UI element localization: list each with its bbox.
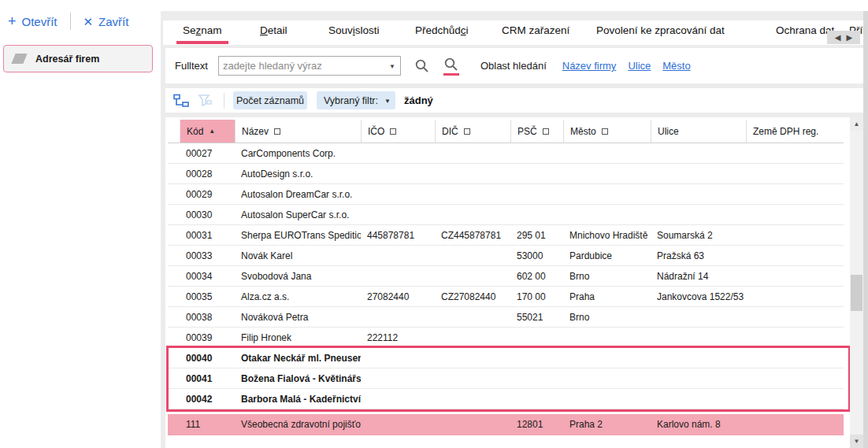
cell-ulice: Pražská 63 — [651, 250, 746, 261]
selected-filter-dropdown[interactable]: Vybraný filtr: ▼ — [317, 91, 395, 109]
filter-tree-icon — [197, 94, 213, 107]
table-row-00027[interactable]: 00027CarComponents Corp. — [168, 143, 844, 164]
selected-filter-label: Vybraný filtr: — [324, 95, 378, 106]
vertical-scrollbar[interactable]: ▲ ▼ — [850, 117, 863, 448]
column-filter-box-icon — [602, 128, 608, 135]
table-row-00040[interactable]: 00040Otakar Neckář ml. Pneuser — [168, 348, 844, 368]
cell-ico: 222112 — [361, 332, 435, 343]
x-icon: ✕ — [83, 16, 94, 28]
column-header-n-zev[interactable]: Název — [235, 120, 361, 143]
cell-nazev: Autosalon SuperCar s.r.o. — [235, 209, 361, 220]
tab-povolen-ke-zpracov-n-dat[interactable]: Povolení ke zpracování dat — [596, 24, 725, 36]
cell-nazev: Nováková Petra — [235, 312, 361, 323]
column-header-label: DIČ — [442, 126, 458, 137]
chevron-down-icon[interactable]: ▼ — [389, 63, 395, 70]
search-scope-links: Název firmyUliceMěsto — [562, 60, 691, 72]
column-filter-box-icon — [464, 128, 470, 135]
selected-filter-value: žádný — [404, 94, 433, 106]
table-row-00035[interactable]: 00035Alza.cz a.s.27082440CZ27082440170 0… — [168, 287, 844, 307]
scope-link-ulice[interactable]: Ulice — [628, 60, 651, 72]
tab-detail[interactable]: Detail — [260, 24, 287, 36]
scope-link-n-zev-firmy[interactable]: Název firmy — [562, 60, 617, 72]
arrow-down-icon[interactable]: ▼ — [850, 435, 863, 448]
table-row-00030[interactable]: 00030Autosalon SuperCar s.r.o. — [168, 205, 844, 225]
arrow-up-icon[interactable]: ▲ — [850, 117, 863, 131]
table-row-00034[interactable]: 00034Svobodová Jana602 00BrnoNádražní 14 — [168, 266, 844, 287]
cell-ulice: Jankovcova 1522/53 — [651, 291, 746, 302]
table-row-00033[interactable]: 00033Novák Karel53000PardubicePražská 63 — [168, 246, 844, 266]
tree-view-button[interactable] — [173, 94, 189, 107]
table-row-00039[interactable]: 00039Filip Hronek222112 — [168, 328, 844, 348]
cell-ulice: Nádražní 14 — [651, 271, 746, 282]
tab-scroll-buttons: ◀ ▶ — [827, 31, 860, 44]
table-row-00041[interactable]: 00041Božena Fialová - Květinářs — [168, 368, 844, 389]
search-scope-label: Oblast hledání — [480, 60, 547, 72]
fulltext-combobox[interactable]: ▼ — [218, 56, 401, 76]
cell-dic: CZ27082440 — [435, 291, 510, 302]
action-bar-divider — [70, 13, 71, 30]
plus-icon: + — [8, 14, 17, 28]
tab-seznam[interactable]: Seznam — [183, 24, 222, 36]
column-header-ulice[interactable]: Ulice — [651, 120, 746, 143]
tab-crm-za-azen[interactable]: CRM zařazení — [502, 24, 569, 36]
magnifier-icon — [414, 58, 430, 74]
arrow-right-icon[interactable]: ▶ — [847, 33, 853, 42]
cell-kod: 00030 — [180, 209, 235, 220]
column-header-m-sto[interactable]: Město — [563, 120, 651, 143]
column-header-i-o[interactable]: IČO — [361, 120, 435, 143]
cell-nazev: AutoDesign s.r.o. — [235, 168, 361, 180]
table-row-00028[interactable]: 00028AutoDesign s.r.o. — [168, 164, 844, 184]
cell-psc: 12801 — [510, 419, 563, 430]
cell-kod: 00033 — [180, 250, 235, 261]
column-header-k-d[interactable]: Kód▲ — [180, 120, 235, 143]
column-header-label: Ulice — [658, 126, 679, 137]
fulltext-label: Fulltext — [175, 60, 208, 72]
open-button[interactable]: + Otevřít — [8, 14, 57, 28]
fulltext-input[interactable] — [219, 57, 383, 74]
table-row-00031[interactable]: 00031Sherpa EUROTrans Spedition445878781… — [168, 225, 844, 246]
record-count-button[interactable]: Počet záznamů — [233, 91, 307, 109]
cell-kod: 00031 — [180, 230, 235, 241]
filter-tree-button — [197, 94, 213, 107]
tab-p-edch-dci[interactable]: Předchůdci — [415, 24, 469, 36]
table-row-00042[interactable]: 00042Barbora Malá - Kadeřnictví — [168, 389, 844, 409]
close-button[interactable]: ✕ Zavřít — [83, 15, 129, 28]
sidebar-item-adresar-firem[interactable]: Adresář firem — [3, 45, 153, 72]
fulltext-search-bar: Fulltext ▼ Oblast hledání Název firmyUli… — [165, 48, 863, 83]
chevron-down-icon: ▼ — [384, 98, 391, 105]
arrow-left-icon[interactable]: ◀ — [835, 33, 841, 42]
scope-link-m-sto[interactable]: Město — [662, 60, 690, 72]
grid-toolbar: Počet záznamů Vybraný filtr: ▼ žádný — [165, 88, 863, 113]
cell-nazev: Autosalon DreamCar s.r.o. — [235, 189, 361, 200]
cell-nazev: Alza.cz a.s. — [235, 291, 361, 302]
column-header-label: Země DPH reg. — [753, 126, 818, 137]
column-header-ps[interactable]: PSČ — [510, 120, 563, 143]
column-header-di[interactable]: DIČ — [435, 120, 510, 143]
cell-mesto: Mnichovo Hradiště — [563, 230, 651, 241]
cell-nazev: Novák Karel — [235, 250, 361, 261]
cell-mesto: Brno — [563, 271, 651, 282]
table-row-111[interactable]: 111Všeobecná zdravotní pojišťovna12801Pr… — [168, 414, 844, 435]
search-scoped-button[interactable] — [443, 57, 459, 76]
search-button[interactable] — [414, 58, 430, 74]
tab-souvislosti[interactable]: Souvislosti — [328, 24, 380, 36]
sort-asc-icon: ▲ — [209, 128, 215, 135]
cell-ulice: Soumarská 2 — [651, 230, 746, 241]
cell-ulice: Karlovo nám. 8 — [651, 419, 746, 430]
cell-kod: 00028 — [180, 168, 235, 180]
cell-nazev: Sherpa EUROTrans Spedition — [235, 230, 361, 241]
cell-nazev: Barbora Malá - Kadeřnictví — [235, 394, 361, 405]
cell-mesto: Pardubice — [563, 250, 651, 261]
column-header-zem-dph-reg[interactable]: Země DPH reg. — [746, 120, 843, 143]
cell-kod: 00034 — [180, 271, 235, 282]
cell-ico: 445878781 — [361, 230, 435, 241]
cell-psc: 295 01 — [510, 230, 563, 241]
magnifier-underline-icon — [443, 57, 459, 72]
tab-ochrana-dat[interactable]: Ochrana dat — [776, 24, 834, 36]
cell-kod: 00041 — [180, 373, 235, 384]
table-row-00038[interactable]: 00038Nováková Petra55021Brno — [168, 307, 844, 328]
table-row-00029[interactable]: 00029Autosalon DreamCar s.r.o. — [168, 184, 844, 205]
cell-nazev: Otakar Neckář ml. Pneuser — [235, 353, 361, 364]
cell-kod: 00038 — [180, 312, 235, 323]
scrollbar-thumb[interactable] — [851, 275, 862, 311]
